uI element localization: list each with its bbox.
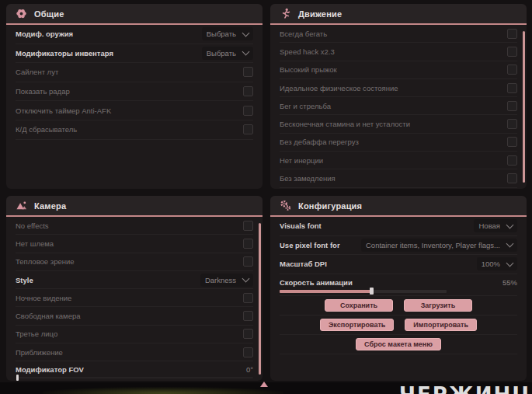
save-button[interactable]: Сохранить — [325, 299, 393, 312]
panel-title: Камера — [34, 201, 66, 211]
dropdown[interactable]: Container items, Inventory, Player flags… — [361, 239, 517, 252]
dropdown-value: Выбрать — [207, 30, 236, 38]
panel-body: Модиф. оружияВыбратьМодификаторы инвента… — [6, 25, 263, 189]
checkbox[interactable] — [243, 239, 253, 249]
checkbox[interactable] — [243, 124, 253, 134]
row-config-1: Use pixel font forContainer items, Inven… — [280, 236, 517, 256]
row-label: Нет шлема — [16, 239, 54, 248]
row-label: Модификаторы инвентаря — [16, 49, 113, 58]
panel-header: Камера — [6, 196, 263, 217]
checkbox[interactable] — [243, 293, 253, 303]
row-movement-8: Без замедления — [280, 169, 517, 187]
checkbox[interactable] — [507, 29, 517, 39]
panel-title: Движение — [298, 9, 342, 19]
row-label: Ночное видение — [16, 294, 71, 302]
checkbox[interactable] — [243, 347, 253, 357]
row-movement-4: Бег и стрельба — [280, 97, 517, 115]
checkbox[interactable] — [507, 101, 517, 111]
flower-icon — [16, 8, 27, 19]
row-label: Без дебаффа перегруз — [280, 138, 359, 146]
row-movement-5: Бесконечная стамина и нет усталости — [280, 115, 517, 133]
slider-fill — [280, 290, 371, 293]
slider-thumb[interactable] — [370, 288, 374, 295]
load-button[interactable]: Загрузить — [404, 299, 472, 312]
panel-body: Всегда бегатьSpeed hack x2.3Высокий прыж… — [270, 25, 527, 189]
scrollbar[interactable] — [259, 223, 261, 375]
row-general-2: Сайлент лут — [16, 63, 253, 82]
checkbox[interactable] — [243, 256, 253, 267]
panel-config: Конфигурация Visuals fontНоваяUse pixel … — [270, 196, 527, 381]
row-label: Тепловое зрение — [16, 257, 75, 266]
chevron-down-icon — [506, 221, 514, 228]
checkbox[interactable] — [243, 106, 253, 116]
row-label: Сайлент лут — [16, 68, 58, 76]
checkbox[interactable] — [507, 173, 517, 183]
green-glow — [43, 387, 283, 394]
checkbox[interactable] — [507, 65, 517, 75]
panel-header: Общие — [6, 4, 263, 25]
dropdown[interactable]: 100% — [477, 257, 517, 270]
checkbox[interactable] — [243, 329, 253, 339]
row-label: Visuals font — [280, 221, 322, 230]
row-label: Бег и стрельба — [280, 102, 331, 110]
row-camera-2: Тепловое зрение — [16, 253, 253, 271]
animation-speed-slider-row: Скорость анимации55% — [280, 274, 517, 296]
row-general-4: Отключить таймер Anti-AFK — [16, 101, 253, 120]
reset-menu-layout-button[interactable]: Сброс макета меню — [356, 338, 441, 350]
row-label: Третье лицо — [16, 329, 57, 338]
checkbox[interactable] — [507, 119, 517, 129]
panel-body: Visuals fontНоваяUse pixel font forConta… — [270, 217, 527, 381]
button-row: ЭкспортироватьИмпортировать — [280, 316, 517, 335]
row-label: Показать радар — [16, 87, 70, 96]
row-label: Идеальное физическое состояние — [280, 84, 398, 92]
row-label: Модиф. оружия — [16, 30, 73, 38]
dropdown[interactable]: Выбрать — [202, 27, 253, 40]
row-movement-0: Всегда бегать — [280, 25, 517, 43]
slider-thumb[interactable] — [16, 375, 19, 381]
row-general-1: Модификаторы инвентаряВыбрать — [16, 44, 253, 64]
slider-track[interactable] — [280, 290, 447, 293]
panel-camera: Камера No effectsНет шлемаТепловое зрени… — [6, 196, 263, 381]
chevron-down-icon — [506, 260, 514, 267]
row-movement-7: Нет инерции — [280, 152, 517, 169]
dropdown-value: 100% — [482, 260, 500, 268]
image-icon — [16, 200, 27, 211]
dropdown-value: Container items, Inventory, Player flags… — [366, 241, 500, 249]
button-row: СохранитьЗагрузить — [280, 296, 517, 316]
row-camera-7: Приближение — [16, 343, 253, 361]
checkbox[interactable] — [507, 155, 517, 166]
checkbox[interactable] — [507, 47, 517, 57]
row-camera-1: Нет шлема — [16, 235, 253, 253]
dropdown[interactable]: Darkness — [200, 274, 253, 287]
row-label: Всегда бегать — [280, 30, 327, 38]
dropdown[interactable]: Новая — [474, 219, 517, 232]
slider-value: 0° — [246, 365, 253, 374]
row-label: К/Д сбрасыватель — [16, 125, 77, 134]
import-button[interactable]: Импортировать — [405, 319, 477, 331]
dropdown[interactable]: Выбрать — [202, 47, 253, 60]
checkbox[interactable] — [507, 137, 517, 147]
checkbox[interactable] — [507, 83, 517, 93]
dropdown-value: Darkness — [205, 276, 236, 284]
chevron-down-icon — [242, 29, 250, 37]
checkbox[interactable] — [243, 86, 253, 96]
row-label: Приближение — [16, 348, 63, 357]
fov-modifier-row: Модификатор FOV0° — [16, 361, 253, 381]
slider-head: Модификатор FOV0° — [16, 364, 253, 375]
scrollbar[interactable] — [523, 31, 525, 183]
checkbox[interactable] — [243, 67, 253, 77]
row-general-5: К/Д сбрасыватель — [16, 120, 253, 140]
slider-value: 55% — [502, 278, 517, 287]
slider-head: Скорость анимации55% — [280, 277, 517, 288]
export-button[interactable]: Экспортировать — [320, 319, 394, 331]
row-label: Модификатор FOV — [16, 365, 84, 374]
checkbox[interactable] — [243, 311, 253, 321]
cheat-menu-overlay: Общие Модиф. оружияВыбратьМодификаторы и… — [0, 0, 532, 394]
slider-track[interactable] — [16, 377, 253, 378]
checkbox[interactable] — [243, 221, 253, 231]
watermark-text: ЧЕРЖИНЦЕ — [399, 383, 532, 394]
panel-header: Конфигурация — [270, 196, 527, 217]
row-movement-1: Speed hack x2.3 — [280, 43, 517, 61]
row-label: Use pixel font for — [280, 241, 340, 249]
panel-title: Общие — [34, 9, 64, 19]
